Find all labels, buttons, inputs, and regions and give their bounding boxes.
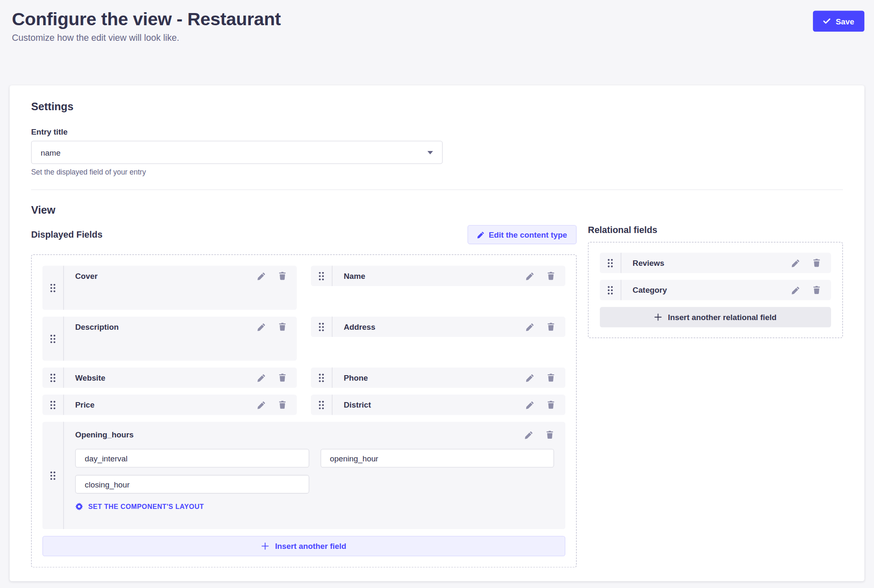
pencil-icon — [257, 323, 266, 331]
set-component-layout-label: SET THE COMPONENT'S LAYOUT — [88, 503, 204, 511]
field-card-district: District — [311, 395, 565, 415]
pencil-icon — [477, 231, 484, 238]
entry-title-label: Entry title — [31, 127, 843, 136]
drag-handle[interactable] — [311, 266, 332, 286]
edit-content-type-button[interactable]: Edit the content type — [467, 225, 577, 244]
pencil-icon — [792, 286, 800, 294]
drag-handle-dots-icon — [50, 400, 56, 410]
drag-handle-dots-icon — [50, 471, 56, 480]
delete-field-button[interactable] — [547, 322, 555, 331]
edit-field-button[interactable] — [792, 286, 800, 294]
drag-handle[interactable] — [42, 266, 64, 310]
save-button[interactable]: Save — [813, 11, 864, 32]
save-button-label: Save — [836, 17, 854, 26]
field-card-description: Description — [42, 317, 297, 361]
edit-field-button[interactable] — [257, 272, 266, 280]
component-subfield-closing-hour[interactable]: closing_hour — [75, 475, 309, 493]
component-subfield-day-interval[interactable]: day_interval — [75, 449, 309, 467]
drag-handle-dots-icon — [50, 334, 56, 344]
drag-handle[interactable] — [42, 422, 64, 529]
drag-handle[interactable] — [311, 395, 332, 415]
edit-field-button[interactable] — [526, 400, 534, 409]
delete-field-button[interactable] — [278, 373, 286, 382]
pencil-icon — [257, 400, 266, 409]
field-card-price: Price — [42, 395, 297, 415]
delete-field-button[interactable] — [812, 258, 821, 268]
relational-fields-column: Relational fields Reviews Categor — [588, 225, 843, 338]
drag-handle[interactable] — [600, 280, 621, 300]
entry-title-select[interactable]: name — [31, 141, 443, 164]
edit-field-button[interactable] — [257, 373, 266, 382]
delete-field-button[interactable] — [278, 400, 286, 410]
insert-another-field-button[interactable]: Insert another field — [42, 536, 565, 556]
delete-field-button[interactable] — [278, 271, 286, 281]
drag-handle-dots-icon — [607, 258, 614, 268]
drag-handle-dots-icon — [50, 283, 56, 293]
delete-field-button[interactable] — [546, 430, 554, 440]
subfield-label: opening_hour — [330, 454, 378, 463]
field-label: Description — [75, 322, 257, 331]
delete-field-button[interactable] — [278, 322, 286, 331]
delete-field-button[interactable] — [812, 286, 821, 295]
drag-handle[interactable] — [42, 317, 64, 361]
drag-handle-dots-icon — [50, 373, 56, 382]
relational-fields-dropzone: Reviews Category — [588, 242, 843, 338]
delete-field-button[interactable] — [547, 400, 555, 410]
trash-icon — [546, 430, 554, 440]
configuration-card: Settings Entry title name Set the displa… — [10, 85, 864, 581]
relational-card-category: Category — [600, 280, 831, 300]
drag-handle-dots-icon — [318, 373, 325, 382]
drag-handle[interactable] — [42, 395, 64, 415]
field-label: District — [344, 400, 526, 410]
pencil-icon — [526, 272, 534, 280]
drag-handle[interactable] — [600, 253, 621, 273]
edit-field-button[interactable] — [257, 323, 266, 331]
edit-field-button[interactable] — [257, 400, 266, 409]
drag-handle[interactable] — [311, 317, 332, 337]
pencil-icon — [257, 272, 266, 280]
gear-icon — [75, 503, 83, 511]
trash-icon — [278, 373, 286, 382]
caret-down-icon — [427, 151, 433, 154]
subfield-label: closing_hour — [85, 479, 130, 489]
insert-another-relational-field-label: Insert another relational field — [668, 313, 776, 322]
field-card-address: Address — [311, 317, 565, 337]
relational-field-label: Reviews — [633, 258, 792, 268]
field-card-cover: Cover — [42, 266, 297, 310]
page-title: Configure the view - Restaurant — [12, 8, 862, 31]
plus-icon — [654, 313, 662, 321]
displayed-fields-dropzone: Cover Name — [31, 254, 577, 568]
drag-handle[interactable] — [311, 368, 332, 388]
edit-field-button[interactable] — [792, 259, 800, 267]
insert-another-relational-field-button[interactable]: Insert another relational field — [600, 307, 831, 327]
drag-handle-dots-icon — [318, 271, 325, 281]
relational-card-reviews: Reviews — [600, 253, 831, 273]
set-component-layout-button[interactable]: SET THE COMPONENT'S LAYOUT — [75, 503, 554, 511]
field-label: Address — [344, 322, 526, 331]
trash-icon — [278, 322, 286, 331]
component-subfield-opening-hour[interactable]: opening_hour — [320, 449, 554, 467]
edit-field-button[interactable] — [526, 323, 534, 331]
component-label: Opening_hours — [75, 430, 525, 440]
pencil-icon — [257, 373, 266, 382]
entry-title-block: Entry title name Set the displayed field… — [31, 127, 843, 176]
delete-field-button[interactable] — [547, 373, 555, 382]
edit-field-button[interactable] — [526, 272, 534, 280]
pencil-icon — [792, 259, 800, 267]
displayed-fields-label: Displayed Fields — [31, 230, 103, 240]
check-icon — [823, 18, 830, 24]
relational-fields-title: Relational fields — [588, 225, 843, 235]
field-card-opening-hours: Opening_hours day_interval opening_hour … — [42, 422, 565, 529]
pencil-icon — [526, 373, 534, 382]
edit-field-button[interactable] — [524, 431, 533, 439]
edit-field-button[interactable] — [526, 373, 534, 382]
relational-field-label: Category — [633, 286, 792, 295]
entry-title-hint: Set the displayed field of your entry — [31, 168, 843, 176]
displayed-fields-column: Displayed Fields Edit the content type C… — [31, 225, 577, 568]
plus-icon — [262, 542, 270, 550]
field-label: Phone — [344, 373, 526, 382]
insert-another-field-label: Insert another field — [275, 542, 346, 551]
trash-icon — [547, 373, 555, 382]
drag-handle[interactable] — [42, 368, 64, 388]
delete-field-button[interactable] — [547, 271, 555, 281]
